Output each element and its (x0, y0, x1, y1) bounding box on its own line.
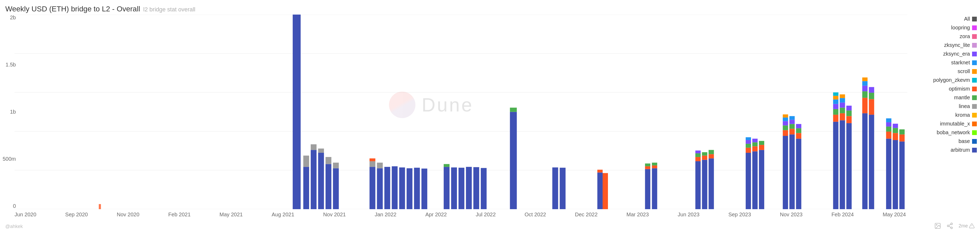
legend-item-arbitrum[interactable]: arbitrum (951, 147, 977, 153)
legend-color-zora (972, 34, 977, 39)
svg-rect-69 (759, 145, 764, 150)
legend-item-loopring[interactable]: loopring (951, 25, 977, 31)
2me-badge[interactable]: 2me (959, 223, 975, 229)
x-label-7: Jan 2022 (375, 212, 396, 218)
svg-rect-64 (752, 152, 757, 209)
svg-rect-78 (789, 129, 795, 134)
x-label-0: Jun 2020 (14, 212, 36, 218)
svg-rect-124 (899, 129, 905, 134)
svg-rect-60 (746, 148, 751, 153)
svg-rect-32 (458, 168, 465, 209)
svg-rect-43 (645, 169, 650, 209)
x-label-9: Jul 2022 (476, 212, 496, 218)
svg-rect-123 (899, 134, 905, 142)
legend-item-mantle[interactable]: mantle (954, 94, 977, 101)
chart-subtitle: l2 bridge stat overall (143, 6, 196, 13)
legend-item-base[interactable]: base (959, 138, 977, 144)
svg-rect-12 (318, 153, 324, 209)
svg-rect-31 (451, 168, 457, 209)
svg-point-127 (951, 223, 953, 225)
svg-rect-100 (846, 116, 852, 123)
svg-rect-63 (746, 137, 751, 140)
svg-rect-92 (833, 93, 838, 96)
legend-item-optimism[interactable]: optimism (949, 86, 977, 92)
legend-label-optimism: optimism (949, 86, 970, 92)
legend-color-base (972, 139, 977, 144)
svg-rect-79 (789, 124, 795, 129)
svg-rect-105 (862, 91, 868, 98)
svg-rect-40 (597, 172, 603, 209)
legend-item-starknet[interactable]: starknet (951, 59, 977, 65)
x-label-4: May 2021 (220, 212, 243, 218)
svg-rect-96 (840, 102, 845, 107)
legend-item-immutable-x[interactable]: immutable_x (940, 121, 977, 127)
legend-color-boba-network (972, 130, 977, 135)
chart-container: Weekly USD (ETH) bridge to L2 - Overall … (0, 0, 980, 233)
y-label-1b: 1b (10, 109, 16, 115)
svg-rect-99 (846, 123, 852, 209)
legend-label-zora: zora (959, 34, 970, 40)
svg-rect-110 (869, 99, 874, 115)
x-label-16: Feb 2024 (831, 212, 854, 218)
svg-rect-58 (709, 150, 714, 154)
svg-rect-91 (833, 96, 838, 99)
svg-rect-83 (796, 133, 801, 139)
svg-rect-72 (783, 130, 788, 136)
legend-item-zora[interactable]: zora (959, 34, 977, 40)
legend-item-kroma[interactable]: kroma (955, 112, 977, 118)
svg-rect-20 (369, 158, 375, 161)
y-axis: 2b 1.5b 1b 500m 0 (3, 14, 16, 209)
dune-logo (389, 92, 415, 118)
x-label-8: Apr 2022 (425, 212, 447, 218)
legend-label-mantle: mantle (954, 94, 970, 101)
image-icon[interactable] (934, 222, 941, 229)
svg-point-126 (936, 225, 937, 225)
legend-item-polygon-zkevm[interactable]: polygon_zkevm (933, 77, 977, 83)
svg-rect-74 (783, 121, 788, 126)
svg-rect-95 (840, 108, 845, 113)
svg-rect-13 (318, 148, 324, 153)
legend-item-zksync-lite[interactable]: zksync_lite (944, 42, 977, 48)
legend-color-zksync-lite (972, 43, 977, 48)
legend-item-all[interactable]: All (964, 16, 977, 22)
chart-title: Weekly USD (ETH) bridge to L2 - Overall (5, 5, 140, 13)
svg-rect-47 (652, 166, 657, 168)
svg-rect-68 (759, 150, 764, 209)
legend-color-starknet (972, 61, 977, 65)
svg-line-131 (949, 224, 951, 225)
legend-label-zksync-lite: zksync_lite (944, 42, 970, 48)
legend-item-zksync-era[interactable]: zksync_era (943, 51, 977, 57)
dune-watermark: Dune (389, 92, 474, 118)
svg-rect-71 (783, 136, 788, 209)
legend-color-polygon-zkevm (972, 78, 977, 83)
x-label-12: Mar 2023 (627, 212, 649, 218)
legend-item-boba-network[interactable]: boba_network (937, 129, 977, 136)
y-label-500m: 500m (3, 156, 16, 162)
svg-rect-85 (796, 124, 801, 128)
svg-rect-52 (695, 150, 701, 153)
legend-color-arbitrum (972, 148, 977, 153)
svg-rect-103 (862, 113, 868, 209)
legend-item-linea[interactable]: linea (959, 103, 977, 109)
svg-rect-102 (846, 105, 852, 110)
svg-rect-42 (597, 170, 603, 172)
svg-rect-15 (326, 157, 331, 164)
svg-rect-61 (746, 144, 751, 148)
legend-color-all (972, 17, 977, 21)
svg-rect-29 (444, 167, 450, 209)
svg-rect-70 (759, 141, 764, 145)
svg-rect-45 (645, 163, 650, 166)
legend-color-scroll (972, 69, 977, 74)
svg-rect-25 (399, 168, 405, 209)
svg-rect-108 (862, 78, 868, 81)
svg-rect-115 (886, 126, 891, 132)
share-icon[interactable] (947, 222, 953, 229)
svg-rect-6 (99, 204, 101, 209)
legend-color-zksync-era (972, 52, 977, 56)
svg-rect-53 (702, 160, 707, 209)
svg-rect-75 (783, 118, 788, 121)
svg-rect-119 (893, 133, 898, 140)
svg-rect-51 (695, 153, 701, 157)
legend-item-scroll[interactable]: scroll (958, 68, 977, 74)
x-label-10: Oct 2022 (525, 212, 546, 218)
